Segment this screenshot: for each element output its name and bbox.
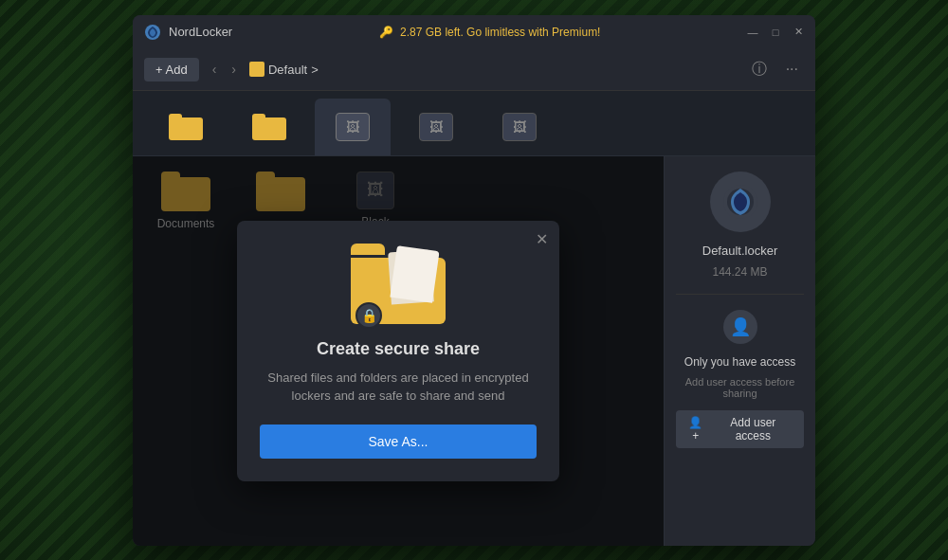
info-button[interactable]: ⓘ: [746, 58, 773, 81]
modal-title: Create secure share: [260, 339, 537, 359]
more-options-button[interactable]: ···: [780, 59, 804, 80]
locker-name: Default.locker: [702, 244, 777, 258]
nordlocker-avatar-icon: [721, 183, 759, 221]
minimize-button[interactable]: —: [747, 27, 758, 38]
forward-button[interactable]: ›: [226, 60, 242, 79]
app-title: NordLocker: [169, 25, 232, 39]
titlebar-center: 🔑 2.87 GB left. Go limitless with Premiu…: [232, 26, 747, 39]
create-secure-share-modal: ✕ 🔒 Create secure share Shared files and…: [237, 221, 559, 481]
breadcrumb-separator: >: [311, 63, 319, 77]
titlebar: NordLocker 🔑 2.87 GB left. Go limitless …: [133, 15, 815, 49]
access-sub-label: Add user access before sharing: [676, 376, 804, 399]
nav-buttons: ‹ ›: [207, 60, 242, 79]
tab-1[interactable]: [148, 99, 224, 155]
locker-size: 144.24 MB: [712, 265, 767, 279]
add-user-icon: 👤+: [685, 416, 706, 443]
image-tab-icon-5: 🖼: [502, 113, 537, 141]
tab-2[interactable]: [231, 99, 307, 155]
toolbar: + Add ‹ › Default > ⓘ ···: [133, 49, 815, 91]
sidebar-divider: [676, 294, 804, 295]
folder-tab-icon-2: [252, 114, 286, 140]
titlebar-left: NordLocker: [144, 24, 232, 41]
add-user-access-button[interactable]: 👤+ Add user access: [676, 410, 804, 448]
user-avatar-icon: 👤: [723, 310, 757, 344]
modal-graphic: 🔒: [260, 244, 537, 324]
main-window: NordLocker 🔑 2.87 GB left. Go limitless …: [133, 15, 815, 546]
breadcrumb-folder-icon: [249, 62, 264, 77]
locker-avatar: [710, 172, 771, 232]
titlebar-controls: — □ ✕: [747, 27, 804, 38]
modal-close-button[interactable]: ✕: [536, 230, 548, 248]
back-button[interactable]: ‹: [207, 60, 223, 79]
add-user-label: Add user access: [712, 416, 794, 443]
right-sidebar: Default.locker 144.24 MB 👤 Only you have…: [664, 156, 815, 546]
folder-tab-icon-1: [169, 114, 203, 140]
app-logo-icon: [144, 24, 161, 41]
tab-3[interactable]: 🖼: [315, 99, 391, 155]
breadcrumb-text: Default: [268, 63, 307, 77]
content-area: Documents 🖼 Black Forest.jpg ✕: [133, 156, 815, 546]
tab-4[interactable]: 🖼: [398, 99, 474, 155]
add-button[interactable]: + Add: [144, 58, 199, 81]
modal-description: Shared files and folders are placed in e…: [260, 369, 537, 406]
only-you-label: Only you have access: [684, 355, 795, 369]
image-tab-icon-3: 🖼: [336, 113, 370, 141]
save-as-button[interactable]: Save As...: [260, 425, 537, 459]
toolbar-right: ⓘ ···: [746, 58, 804, 81]
lock-badge-icon: 🔒: [356, 302, 382, 329]
share-folder-graphic: 🔒: [351, 244, 446, 324]
promo-icon: 🔑: [379, 26, 393, 39]
breadcrumb: Default >: [249, 62, 319, 77]
tab-5[interactable]: 🖼: [482, 99, 557, 155]
close-window-button[interactable]: ✕: [793, 27, 804, 38]
promo-banner: 🔑 2.87 GB left. Go limitless with Premiu…: [379, 26, 601, 39]
image-tab-icon-4: 🖼: [419, 113, 453, 141]
tabbar: 🖼 🖼 🖼: [133, 91, 815, 156]
file-browser: Documents 🖼 Black Forest.jpg ✕: [133, 156, 664, 546]
maximize-button[interactable]: □: [770, 27, 781, 38]
modal-overlay: ✕ 🔒 Create secure share Shared files and…: [133, 156, 664, 546]
